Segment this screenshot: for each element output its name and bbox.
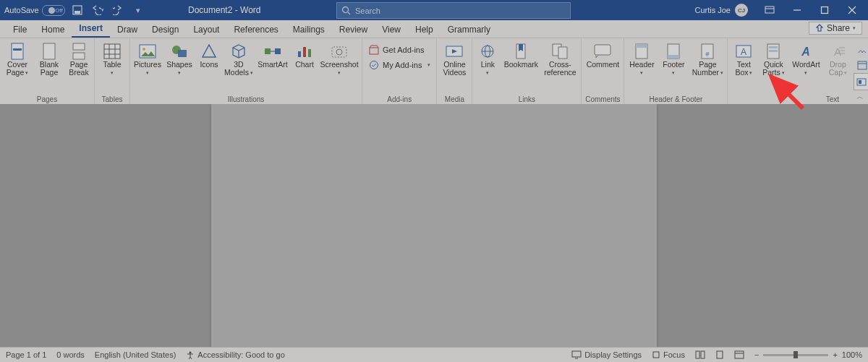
qat-customize-icon[interactable]: ▾	[130, 2, 146, 18]
zoom-level[interactable]: 100%	[842, 350, 862, 359]
object-icon	[856, 76, 867, 87]
3d-models-button[interactable]: 3DModels▾	[224, 41, 253, 77]
tab-mailings[interactable]: Mailings	[286, 22, 332, 38]
svg-rect-15	[104, 44, 120, 59]
page[interactable]	[211, 104, 657, 348]
bookmark-button[interactable]: Bookmark	[503, 41, 539, 77]
tab-home[interactable]: Home	[34, 22, 72, 38]
cross-reference-button[interactable]: Cross-reference	[542, 41, 578, 77]
svg-rect-45	[636, 44, 647, 48]
quick-access-toolbar: AutoSave Off ▾ ▾	[4, 2, 146, 18]
header-icon	[632, 43, 651, 60]
svg-rect-71	[701, 351, 705, 358]
read-mode-icon[interactable]	[695, 350, 705, 359]
cross-ref-icon	[550, 43, 569, 60]
focus-button[interactable]: Focus	[652, 350, 685, 359]
tab-references[interactable]: References	[226, 22, 285, 38]
drop-cap-button[interactable]: ADropCap▾	[825, 41, 851, 77]
search-icon	[341, 6, 351, 15]
table-button[interactable]: Table▾	[98, 41, 127, 77]
tab-file[interactable]: File	[6, 22, 34, 38]
svg-rect-43	[595, 45, 610, 55]
tab-layout[interactable]: Layout	[186, 22, 226, 38]
link-button[interactable]: Link▾	[475, 41, 500, 77]
header-button[interactable]: Header▾	[627, 41, 656, 77]
object-button[interactable]: Object ▾	[854, 73, 868, 90]
page-indicator[interactable]: Page 1 of 1	[6, 350, 46, 359]
search-placeholder: Search	[355, 7, 380, 15]
display-settings-button[interactable]: Display Settings	[571, 350, 642, 359]
page-break-button[interactable]: PageBreak	[67, 41, 91, 77]
ribbon-display-icon[interactable]	[758, 0, 781, 20]
cube-icon	[229, 43, 248, 60]
status-bar: Page 1 of 1 0 words English (United Stat…	[0, 347, 868, 362]
document-area[interactable]	[0, 104, 868, 348]
tab-design[interactable]: Design	[145, 22, 186, 38]
quick-parts-button[interactable]: QuickParts▾	[760, 41, 787, 77]
account-button[interactable]: Curtis Joe CJ	[694, 4, 748, 17]
screenshot-button[interactable]: Screenshot▾	[320, 41, 359, 77]
svg-rect-72	[717, 351, 723, 358]
svg-rect-53	[769, 46, 778, 48]
save-icon[interactable]	[69, 2, 85, 18]
zoom-in-icon[interactable]: +	[833, 350, 837, 359]
screenshot-icon	[330, 43, 349, 60]
svg-rect-31	[332, 47, 346, 57]
svg-rect-4	[765, 7, 774, 13]
share-button[interactable]: Share▾	[809, 22, 862, 35]
maximize-icon[interactable]	[813, 0, 836, 20]
wordart-button[interactable]: AWordArt▾	[790, 41, 822, 77]
minimize-icon[interactable]	[786, 0, 809, 20]
my-addins-button[interactable]: My Add-ins▾	[365, 58, 433, 72]
signature-line-button[interactable]: Signature Line▾	[854, 43, 868, 57]
svg-rect-63	[859, 80, 861, 84]
tab-insert[interactable]: Insert	[72, 20, 110, 38]
online-videos-button[interactable]: OnlineVideos	[440, 41, 469, 77]
print-layout-icon[interactable]	[715, 350, 724, 359]
zoom-slider[interactable]: − + 100%	[754, 350, 862, 359]
smartart-button[interactable]: SmartArt	[256, 41, 289, 77]
tab-grammarly[interactable]: Grammarly	[441, 22, 498, 38]
svg-rect-70	[696, 351, 699, 358]
footer-button[interactable]: Footer▾	[659, 41, 688, 77]
table-icon	[103, 43, 122, 60]
zoom-out-icon[interactable]: −	[754, 350, 759, 359]
get-addins-button[interactable]: Get Add-ins	[365, 43, 433, 57]
web-layout-icon[interactable]	[734, 350, 744, 359]
svg-text:#: #	[706, 51, 710, 58]
comment-button[interactable]: Comment	[584, 41, 621, 77]
shapes-button[interactable]: Shapes▾	[165, 41, 194, 77]
collapse-ribbon-icon[interactable]: ︿	[856, 92, 864, 102]
close-icon[interactable]	[841, 0, 864, 20]
cover-page-button[interactable]: CoverPage▾	[3, 41, 32, 77]
tab-draw[interactable]: Draw	[110, 22, 145, 38]
group-label: Illustrations	[133, 94, 359, 105]
pictures-button[interactable]: Pictures▾	[133, 41, 162, 77]
search-input[interactable]: Search	[336, 2, 571, 19]
tab-view[interactable]: View	[375, 22, 408, 38]
group-label: Comments	[584, 94, 621, 105]
chart-button[interactable]: Chart	[292, 41, 317, 77]
group-illustrations: Pictures▾ Shapes▾ Icons 3DModels▾ SmartA…	[130, 38, 362, 105]
tab-help[interactable]: Help	[408, 22, 441, 38]
ribbon-tabs: File Home Insert Draw Design Layout Refe…	[0, 20, 868, 38]
group-comments: Comment Comments	[582, 38, 624, 105]
undo-icon[interactable]: ▾	[90, 2, 106, 18]
comment-icon	[593, 43, 612, 60]
language-button[interactable]: English (United States)	[95, 350, 176, 359]
tab-review[interactable]: Review	[332, 22, 375, 38]
blank-page-button[interactable]: BlankPage	[35, 41, 64, 77]
date-time-button[interactable]: Date & Time	[854, 58, 868, 72]
svg-rect-30	[308, 49, 311, 57]
page-number-button[interactable]: #PageNumber▾	[691, 41, 724, 77]
text-box-button[interactable]: ATextBox▾	[731, 41, 757, 77]
svg-rect-13	[73, 43, 85, 50]
svg-rect-69	[653, 352, 659, 358]
accessibility-button[interactable]: Accessibility: Good to go	[186, 350, 284, 359]
group-text: ATextBox▾ QuickParts▾ AWordArt▾ ADropCap…	[728, 38, 868, 105]
word-count[interactable]: 0 words	[56, 350, 85, 359]
icons-button[interactable]: Icons	[197, 41, 221, 77]
svg-rect-12	[43, 43, 55, 59]
autosave-toggle[interactable]: AutoSave Off	[4, 5, 65, 16]
redo-icon[interactable]	[110, 2, 126, 18]
